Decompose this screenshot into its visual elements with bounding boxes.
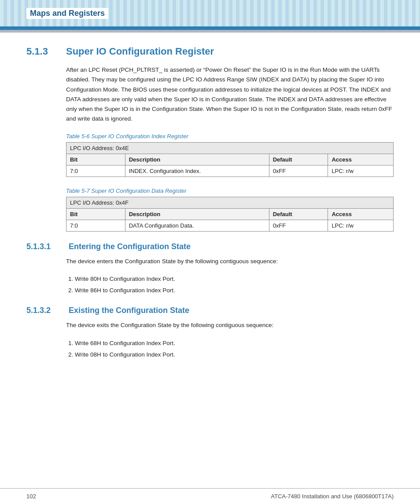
- table2-caption: Table 5-7 Super IO Configuration Data Re…: [66, 188, 394, 194]
- section-5132-title: Existing the Configuration State: [69, 306, 189, 315]
- footer: 102 ATCA-7480 Installation and Use (6806…: [0, 488, 420, 504]
- table1: LPC I/O Address: 0x4E Bit Description De…: [66, 142, 394, 177]
- header-blue-bar: [0, 26, 420, 30]
- table2-col-desc: Description: [125, 208, 269, 220]
- table1-desc: INDEX. Configuration Index.: [125, 165, 269, 177]
- table1-addr: LPC I/O Address: 0x4E: [66, 142, 394, 154]
- section-513-title: Super IO Configuration Register: [66, 46, 214, 57]
- table1-col-desc: Description: [125, 154, 269, 165]
- section-5131-body: The device enters the Configuration Stat…: [66, 257, 394, 266]
- list-item: Write 80H to Configuration Index Port.: [75, 274, 394, 284]
- table2-default: 0xFF: [269, 220, 328, 231]
- section-5131-list: Write 80H to Configuration Index Port. W…: [75, 274, 394, 296]
- footer-page-number: 102: [26, 493, 36, 500]
- section-513-body: After an LPC Reset (PCH_PLTRST_ is asser…: [66, 65, 394, 124]
- list-item: Write 68H to Configuration Index Port.: [75, 338, 394, 348]
- table2-data-row: 7:0 DATA Configuration Data. 0xFF LPC: r…: [66, 220, 394, 231]
- table1-caption: Table 5-6 Super IO Configuration Index R…: [66, 133, 394, 140]
- table2-col-access: Access: [328, 208, 394, 220]
- table1-col-bit: Bit: [66, 154, 125, 165]
- table1-data-row: 7:0 INDEX. Configuration Index. 0xFF LPC…: [66, 165, 394, 177]
- table1-access: LPC: r/w: [328, 165, 394, 177]
- table1-col-default: Default: [269, 154, 328, 165]
- section-513-heading: 5.1.3 Super IO Configuration Register: [26, 46, 394, 57]
- list-item: Write 86H to Configuration Index Port.: [75, 286, 394, 295]
- table1-default: 0xFF: [269, 165, 328, 177]
- table1-header-row: Bit Description Default Access: [66, 154, 394, 165]
- table2-header-row: Bit Description Default Access: [66, 208, 394, 220]
- section-5132-body: The device exits the Configuration State…: [66, 320, 394, 330]
- section-5132-list: Write 68H to Configuration Index Port. W…: [75, 338, 394, 360]
- main-content: 5.1.3 Super IO Configuration Register Af…: [0, 33, 420, 391]
- section-513-number: 5.1.3: [26, 46, 57, 57]
- section-5132-number: 5.1.3.2: [26, 306, 62, 315]
- header-title: Maps and Registers: [26, 8, 108, 19]
- section-5131-number: 5.1.3.1: [26, 242, 62, 251]
- table2-addr-row: LPC I/O Address: 0x4F: [66, 197, 394, 208]
- table2-bit: 7:0: [66, 220, 125, 231]
- table2-addr: LPC I/O Address: 0x4F: [66, 197, 394, 208]
- table2-col-default: Default: [269, 208, 328, 220]
- table1-col-access: Access: [328, 154, 394, 165]
- footer-doc-title: ATCA-7480 Installation and Use (6806800T…: [271, 493, 394, 500]
- table2-access: LPC: r/w: [328, 220, 394, 231]
- table1-addr-row: LPC I/O Address: 0x4E: [66, 142, 394, 154]
- section-5132-heading: 5.1.3.2 Existing the Configuration State: [26, 306, 394, 315]
- list-item: Write 08H to Configuration Index Port.: [75, 350, 394, 360]
- table2: LPC I/O Address: 0x4F Bit Description De…: [66, 197, 394, 232]
- table1-bit: 7:0: [66, 165, 125, 177]
- section-5131-title: Entering the Configuration State: [69, 242, 191, 251]
- table2-desc: DATA Configuration Data.: [125, 220, 269, 231]
- header-pattern: Maps and Registers: [0, 0, 420, 26]
- table2-col-bit: Bit: [66, 208, 125, 220]
- section-5131-heading: 5.1.3.1 Entering the Configuration State: [26, 242, 394, 251]
